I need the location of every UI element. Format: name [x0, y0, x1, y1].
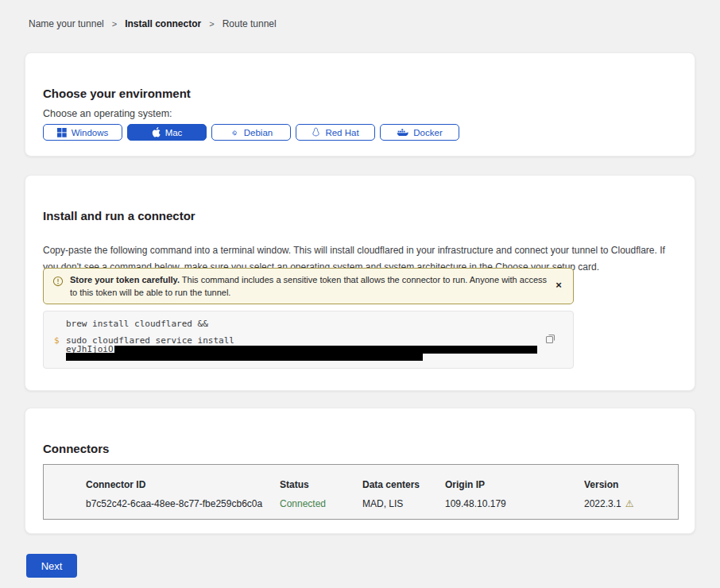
- header-origin-ip: Origin IP: [445, 479, 584, 490]
- header-data-centers: Data centers: [362, 479, 445, 490]
- close-icon[interactable]: ×: [552, 279, 565, 292]
- operating-system-label: Choose an operating system:: [43, 108, 172, 119]
- redacted-token-bar: [66, 353, 423, 361]
- header-status: Status: [280, 479, 362, 490]
- shell-prompt: $: [54, 335, 60, 346]
- os-button-label: Mac: [165, 128, 183, 137]
- version-value: 2022.3.1: [584, 498, 621, 509]
- os-button-label: Red Hat: [325, 128, 358, 137]
- os-button-mac[interactable]: Mac: [127, 124, 207, 141]
- os-button-debian[interactable]: Debian: [211, 124, 291, 141]
- choose-environment-title: Choose your environment: [43, 87, 191, 100]
- os-button-group: Windows Mac Debian: [43, 124, 459, 141]
- copy-icon[interactable]: [544, 333, 557, 346]
- breadcrumb-separator: >: [209, 19, 214, 29]
- cell-data-centers: MAD, LIS: [362, 498, 445, 509]
- install-command-codeblock: brew install cloudflared && $ sudo cloud…: [43, 311, 574, 369]
- os-button-label: Debian: [244, 128, 273, 137]
- os-button-windows[interactable]: Windows: [43, 124, 122, 141]
- status-badge: Connected: [280, 498, 362, 509]
- connectors-table: Connector ID Status Data centers Origin …: [43, 464, 679, 520]
- install-connector-card: Install and run a connector Copy-paste t…: [25, 175, 695, 391]
- next-button[interactable]: Next: [26, 554, 77, 578]
- docker-icon: [397, 128, 408, 137]
- os-button-label: Windows: [72, 128, 109, 137]
- apple-icon: [152, 127, 161, 137]
- header-connector-id: Connector ID: [86, 479, 280, 490]
- cell-connector-id: b7c52c42-6caa-48ee-8c77-fbe259cb6c0a: [86, 498, 280, 509]
- cell-origin-ip: 109.48.10.179: [445, 498, 584, 509]
- breadcrumb-install-connector[interactable]: Install connector: [125, 18, 201, 29]
- redhat-icon: [312, 127, 320, 137]
- tunnel-setup-page: Name your tunnel > Install connector > R…: [0, 0, 720, 588]
- connectors-title: Connectors: [43, 442, 109, 455]
- token-warning-banner: Store your token carefully. This command…: [43, 268, 574, 304]
- windows-icon: [57, 128, 67, 137]
- breadcrumb: Name your tunnel > Install connector > R…: [29, 18, 277, 29]
- code-line-brew: brew install cloudflared &&: [66, 319, 208, 329]
- version-warning-icon: ⚠: [625, 499, 634, 509]
- install-connector-title: Install and run a connector: [43, 209, 195, 222]
- connectors-card: Connectors Connector ID Status Data cent…: [25, 408, 695, 534]
- os-button-docker[interactable]: Docker: [380, 124, 459, 141]
- debian-icon: [230, 128, 239, 137]
- connectors-table-header: Connector ID Status Data centers Origin …: [44, 479, 678, 490]
- breadcrumb-name-your-tunnel[interactable]: Name your tunnel: [29, 18, 104, 29]
- token-warning-text: Store your token carefully. This command…: [70, 273, 549, 299]
- info-icon: [52, 276, 64, 290]
- choose-environment-card: Choose your environment Choose an operat…: [25, 52, 695, 157]
- breadcrumb-route-tunnel[interactable]: Route tunnel: [223, 18, 277, 29]
- os-button-redhat[interactable]: Red Hat: [296, 124, 375, 141]
- header-version: Version: [584, 479, 678, 490]
- os-button-label: Docker: [413, 128, 442, 137]
- breadcrumb-separator: >: [112, 19, 117, 29]
- cell-version: 2022.3.1⚠: [584, 498, 678, 509]
- token-warning-bold: Store your token carefully.: [70, 275, 180, 284]
- table-row: b7c52c42-6caa-48ee-8c77-fbe259cb6c0a Con…: [44, 498, 678, 509]
